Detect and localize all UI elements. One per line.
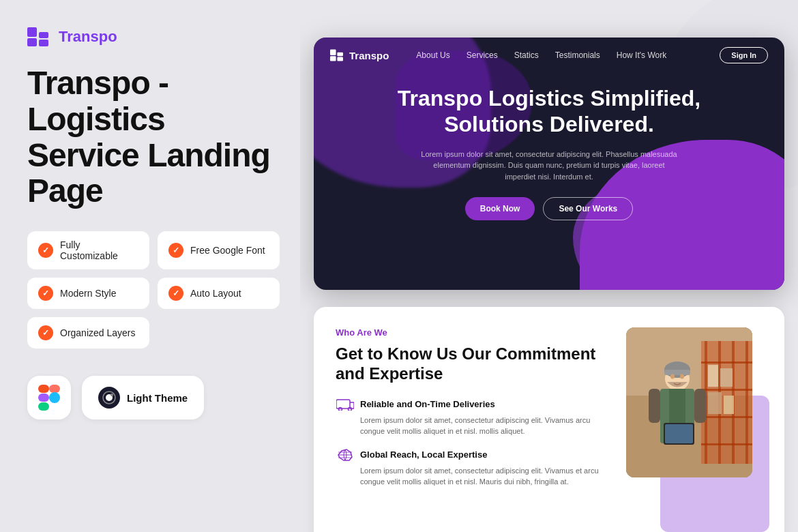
light-preview-card: Who Are We Get to Know Us Our Commitment… <box>314 307 784 532</box>
dark-navbar: Transpo About Us Services Statics Testim… <box>314 38 784 73</box>
svg-rect-3 <box>39 40 48 46</box>
nav-testimonials[interactable]: Testimonials <box>555 50 600 60</box>
left-panel: Transpo Transpo - Logistics Service Land… <box>0 0 307 532</box>
theme-badge: Light Theme <box>82 376 204 419</box>
feature-label-2: Free Google Font <box>190 245 265 256</box>
brand-name: Transpo <box>59 28 117 46</box>
svg-rect-7 <box>38 402 49 411</box>
dark-hero-title: Transpo Logistics Simplified, Solutions … <box>355 85 743 138</box>
light-feature-2-header: Global Reach, Local Expertise <box>336 448 606 462</box>
dark-nav-brand: Transpo <box>330 49 389 61</box>
svg-rect-33 <box>708 365 718 387</box>
light-feature-2: Global Reach, Local Expertise Lorem ipsu… <box>336 448 606 488</box>
svg-rect-39 <box>664 370 690 375</box>
nav-about[interactable]: About Us <box>416 50 449 60</box>
svg-rect-6 <box>38 394 49 402</box>
svg-rect-13 <box>330 56 336 61</box>
bottom-badges: Light Theme <box>27 376 280 419</box>
check-icon-3 <box>38 286 53 301</box>
person-image <box>626 327 752 477</box>
dark-brand-icon <box>330 49 345 61</box>
features-list: Fully Customizable Free Google Font Mode… <box>27 231 280 349</box>
figma-icon <box>38 385 60 411</box>
dark-preview-card: Transpo About Us Services Statics Testim… <box>314 38 784 290</box>
svg-point-11 <box>110 394 113 396</box>
dark-nav-links: About Us Services Statics Testimonials H… <box>416 50 720 60</box>
feature-auto-layout: Auto Layout <box>158 278 280 309</box>
svg-rect-12 <box>330 49 336 55</box>
check-icon-2 <box>168 243 183 258</box>
person-image-container <box>626 327 763 525</box>
svg-rect-15 <box>337 57 343 61</box>
person-svg <box>626 327 752 477</box>
section-label: Who Are We <box>336 327 606 338</box>
delivery-icon <box>336 398 355 411</box>
light-section-title: Get to Know Us Our Commitment and Expert… <box>336 344 606 384</box>
svg-rect-36 <box>724 396 734 414</box>
svg-rect-35 <box>708 392 722 414</box>
light-feature-1-header: Reliable and On-Time Deliveries <box>336 398 606 411</box>
svg-rect-31 <box>701 416 752 418</box>
svg-rect-5 <box>49 385 60 393</box>
check-icon-4 <box>168 286 183 301</box>
feature-label-5: Organized Layers <box>60 327 136 338</box>
brand-logo-icon <box>27 27 52 46</box>
dark-hero-description: Lorem ipsum dolor sit amet, consectetur … <box>419 149 679 183</box>
nav-services[interactable]: Services <box>467 50 498 60</box>
feature-organized-layers: Organized Layers <box>27 317 149 349</box>
book-now-button[interactable]: Book Now <box>465 197 535 220</box>
svg-rect-43 <box>694 389 706 423</box>
light-feature-1: Reliable and On-Time Deliveries Lorem ip… <box>336 398 606 437</box>
dark-hero-content: Transpo Logistics Simplified, Solutions … <box>314 85 784 220</box>
feature-modern-style: Modern Style <box>27 278 149 309</box>
light-content: Who Are We Get to Know Us Our Commitment… <box>336 327 606 525</box>
svg-rect-0 <box>27 27 37 37</box>
feature-fully-customizable: Fully Customizable <box>27 231 149 269</box>
theme-icon <box>98 387 120 409</box>
check-icon-1 <box>38 243 53 258</box>
light-feature-2-desc: Lorem ipsum dolor sit amet, consectetur … <box>336 465 606 488</box>
feature-label-3: Modern Style <box>60 288 116 299</box>
dark-hero-buttons: Book Now See Our Works <box>355 197 743 220</box>
svg-point-8 <box>49 392 60 403</box>
theme-svg-icon <box>102 391 116 404</box>
theme-label: Light Theme <box>127 392 188 404</box>
svg-rect-34 <box>720 368 733 387</box>
figma-badge <box>27 376 71 419</box>
feature-label-1: Fully Customizable <box>60 239 138 261</box>
right-panel: Transpo About Us Services Statics Testim… <box>300 0 798 532</box>
light-feature-1-title: Reliable and On-Time Deliveries <box>360 399 495 409</box>
svg-point-46 <box>670 374 675 379</box>
dark-nav-brand-text: Transpo <box>349 50 389 61</box>
global-icon <box>336 448 355 462</box>
nav-statics[interactable]: Statics <box>514 50 539 60</box>
svg-rect-30 <box>701 389 752 391</box>
light-feature-2-title: Global Reach, Local Expertise <box>360 449 487 460</box>
svg-rect-2 <box>39 32 48 38</box>
svg-rect-42 <box>649 389 660 423</box>
svg-rect-4 <box>38 385 49 393</box>
svg-rect-29 <box>701 361 752 364</box>
main-title: Transpo - Logistics Service Landing Page <box>27 65 280 209</box>
svg-rect-1 <box>27 38 37 46</box>
check-icon-5 <box>38 325 53 340</box>
brand-logo: Transpo <box>27 27 280 46</box>
svg-rect-45 <box>665 424 693 443</box>
svg-rect-14 <box>337 53 343 57</box>
nav-how-it-works[interactable]: How It's Work <box>617 50 666 60</box>
see-our-works-button[interactable]: See Our Works <box>543 197 633 220</box>
svg-rect-32 <box>701 443 752 445</box>
svg-point-47 <box>680 374 684 379</box>
feature-free-google-font: Free Google Font <box>158 231 280 269</box>
light-feature-1-desc: Lorem ipsum dolor sit amet, consectetur … <box>336 415 606 437</box>
signin-button[interactable]: Sign In <box>720 47 768 63</box>
feature-label-4: Auto Layout <box>190 288 241 299</box>
svg-rect-16 <box>336 400 350 409</box>
